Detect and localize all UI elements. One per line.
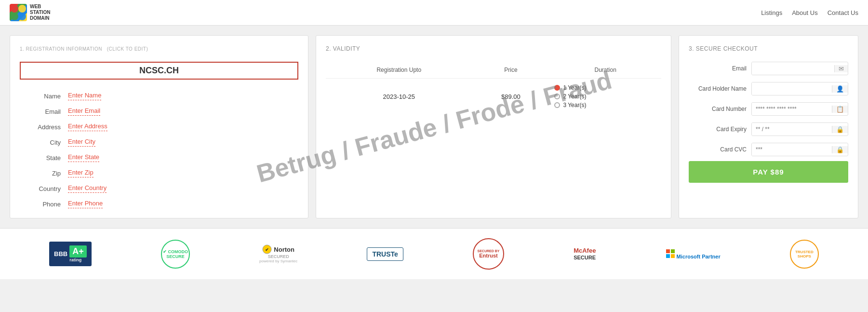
logo-text: WEB STATION DOMAIN — [30, 4, 50, 21]
validity-date: 2023-10-25 — [326, 79, 472, 115]
checkout-input-card-number[interactable] — [752, 103, 832, 115]
reg-row-country: Country Enter Country — [29, 184, 289, 193]
reg-value[interactable]: Enter City — [68, 138, 95, 147]
checkout-label: Card CVC — [689, 146, 747, 153]
reg-row-phone: Phone Enter Phone — [29, 200, 289, 208]
checkout-panel: 3. SECURE CHECKOUT Email ✉ Card Holder N… — [679, 35, 858, 218]
nav-about[interactable]: About Us — [792, 9, 817, 16]
svg-rect-10 — [671, 254, 675, 258]
checkout-input-card-holder-name[interactable] — [752, 82, 832, 95]
reg-value[interactable]: Enter State — [68, 153, 99, 162]
validity-panel: 2. VALIDITY Registration Upto Price Dura… — [316, 35, 671, 218]
checkout-input-card-cvc[interactable] — [752, 143, 832, 156]
checkout-label: Email — [689, 65, 747, 72]
checkout-input-wrap: 👤 — [751, 82, 848, 95]
domain-name: NCSC.CH — [20, 62, 298, 80]
main-content: Betrug / Fraude / Frode / Fraud 1. REGIS… — [0, 26, 868, 228]
reg-row-state: State Enter State — [29, 153, 289, 162]
radio-2 — [554, 102, 560, 108]
reg-label: Country — [29, 185, 68, 192]
input-icon: ✉ — [834, 65, 848, 72]
svg-point-2 — [18, 5, 26, 13]
checkout-row-card-expiry: Card Expiry 🔒 — [689, 122, 848, 136]
nav-listings[interactable]: Listings — [761, 9, 782, 16]
svg-rect-9 — [666, 254, 670, 258]
logo-area: WEB STATION DOMAIN — [10, 4, 50, 21]
badge-mcafee: McAfee SECURE — [574, 247, 596, 261]
input-icon: 📋 — [832, 106, 848, 113]
duration-label-1: 2 Year(s) — [563, 93, 586, 100]
duration-option-2[interactable]: 3 Year(s) — [554, 102, 586, 109]
reg-label: State — [29, 154, 68, 162]
input-icon: 🔒 — [832, 126, 848, 133]
reg-value[interactable]: Enter Phone — [68, 200, 103, 208]
reg-label: Name — [29, 93, 68, 100]
col-price: Price — [472, 62, 549, 79]
nav-links: Listings About Us Contact Us — [761, 9, 858, 16]
reg-value[interactable]: Enter Email — [68, 107, 100, 116]
col-reg-upto: Registration Upto — [326, 62, 472, 79]
duration-options: 1 Year(s) 2 Year(s) 3 Year(s) — [554, 84, 656, 109]
reg-row-zip: Zip Enter Zip — [29, 169, 289, 177]
registration-form: Name Enter Name Email Enter Email Addres… — [20, 92, 298, 208]
badge-comodo: ✔ COMODOSECURE — [161, 240, 190, 269]
reg-value[interactable]: Enter Zip — [68, 169, 93, 177]
validity-durations: 1 Year(s) 2 Year(s) 3 Year(s) — [549, 79, 661, 115]
reg-label: Zip — [29, 170, 68, 177]
checkout-input-card-expiry[interactable] — [752, 123, 832, 136]
svg-point-1 — [11, 5, 18, 13]
badge-trusted-shop: TRUSTEDSHOPS — [790, 240, 819, 269]
validity-row: 2023-10-25 $89.00 1 Year(s) 2 Year(s) 3 … — [326, 79, 661, 115]
col-duration: Duration — [549, 62, 661, 79]
validity-price: $89.00 — [472, 79, 549, 115]
duration-label-0: 1 Year(s) — [563, 84, 586, 91]
registration-panel: 1. REGISTRATION INFORMATION (CLICK TO ED… — [10, 35, 308, 218]
checkout-section-title: 3. SECURE CHECKOUT — [689, 45, 848, 52]
reg-row-city: City Enter City — [29, 138, 289, 147]
checkout-form: Email ✉ Card Holder Name 👤 Card Number 📋… — [689, 62, 848, 156]
checkout-label: Card Number — [689, 106, 747, 112]
badge-norton: ✔ Norton SECURED powered by Symantec — [259, 244, 297, 263]
reg-label: City — [29, 139, 68, 146]
checkout-row-card-cvc: Card CVC 🔒 — [689, 143, 848, 156]
radio-1 — [554, 94, 560, 99]
badge-entrust: SECURED BY Entrust — [473, 238, 504, 270]
reg-row-address: Address Enter Address — [29, 122, 289, 131]
validity-section-title: 2. VALIDITY — [326, 45, 661, 52]
reg-value[interactable]: Enter Name — [68, 92, 101, 100]
reg-section-title: 1. REGISTRATION INFORMATION (CLICK TO ED… — [20, 45, 298, 52]
badge-bbb: BBB A+ rating — [49, 242, 92, 266]
duration-option-0[interactable]: 1 Year(s) — [554, 84, 586, 91]
duration-option-1[interactable]: 2 Year(s) — [554, 93, 586, 100]
checkout-input-wrap: ✉ — [751, 62, 848, 75]
duration-label-2: 3 Year(s) — [563, 102, 586, 109]
checkout-row-email: Email ✉ — [689, 62, 848, 75]
input-icon: 👤 — [832, 85, 848, 93]
svg-rect-8 — [671, 249, 675, 253]
badge-microsoft: Microsoft Partner — [666, 249, 721, 259]
nav-contact[interactable]: Contact Us — [828, 9, 858, 16]
checkout-label: Card Expiry — [689, 126, 747, 133]
checkout-input-wrap: 🔒 — [751, 122, 848, 136]
checkout-label: Card Holder Name — [689, 85, 747, 92]
checkout-input-wrap: 🔒 — [751, 143, 848, 156]
svg-point-4 — [18, 13, 26, 20]
validity-table: Registration Upto Price Duration 2023-10… — [326, 62, 661, 114]
reg-value[interactable]: Enter Address — [68, 122, 107, 131]
pay-button[interactable]: PAY $89 — [689, 161, 848, 183]
svg-rect-7 — [666, 249, 670, 253]
reg-value[interactable]: Enter Country — [68, 184, 107, 193]
header: WEB STATION DOMAIN Listings About Us Con… — [0, 0, 868, 26]
reg-label: Address — [29, 123, 68, 131]
radio-0 — [554, 85, 560, 91]
reg-label: Email — [29, 108, 68, 115]
checkout-input-email[interactable] — [752, 62, 834, 75]
badge-truste: TRUSTe — [367, 247, 403, 261]
input-icon: 🔒 — [832, 146, 848, 153]
svg-point-3 — [11, 13, 18, 20]
reg-row-email: Email Enter Email — [29, 107, 289, 116]
reg-label: Phone — [29, 201, 68, 208]
checkout-row-card-holder-name: Card Holder Name 👤 — [689, 82, 848, 95]
checkout-row-card-number: Card Number 📋 — [689, 102, 848, 116]
logo-icon — [10, 4, 27, 21]
